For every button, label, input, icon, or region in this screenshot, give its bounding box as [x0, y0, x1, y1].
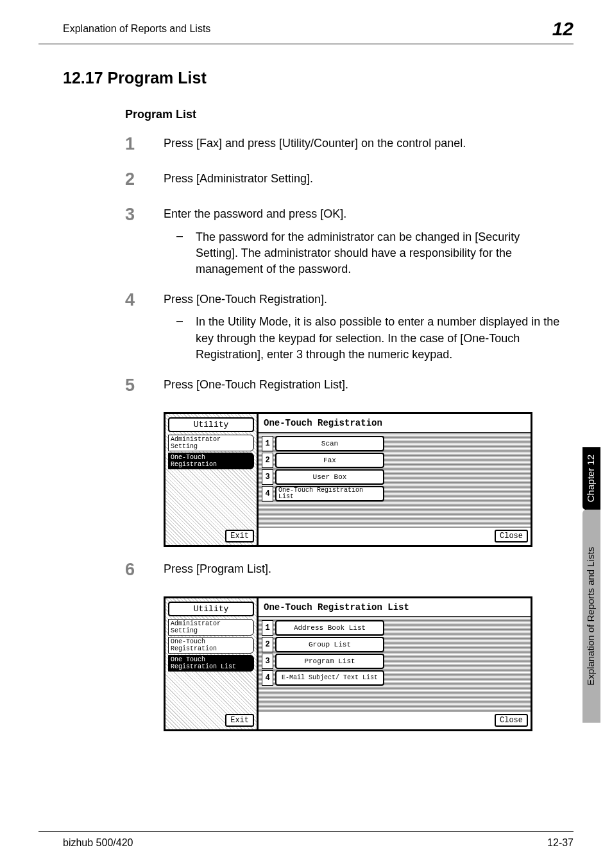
header-title: Explanation of Reports and Lists [63, 23, 210, 35]
step-text-1: Press [Fax] and press [Utility/Counter] … [164, 135, 561, 152]
panel-title: One-Touch Registration List [259, 598, 531, 617]
right-panel: One-Touch Registration 1 Scan 2 Fax 3 Us… [259, 414, 531, 545]
step-1: 1 Press [Fax] and press [Utility/Counter… [125, 135, 574, 157]
menu-label: User Box [275, 469, 384, 485]
close-button[interactable]: Close [495, 530, 528, 542]
tab-section: Explanation of Reports and Lists [582, 510, 600, 723]
utility-title: Utility [168, 602, 254, 616]
header-number: 12 [552, 18, 574, 40]
left-panel: Utility Administrator Setting One-Touch … [166, 414, 259, 545]
menu-label: Fax [275, 453, 384, 468]
breadcrumb-admin-setting[interactable]: Administrator Setting [168, 619, 254, 636]
breadcrumb-admin-setting[interactable]: Administrator Setting [168, 435, 254, 451]
section-heading: 12.17 Program List [63, 69, 574, 87]
step-number-3: 3 [125, 206, 164, 277]
menu-num: 4 [262, 670, 273, 686]
page-header: Explanation of Reports and Lists 12 [38, 18, 574, 44]
step-number-1: 1 [125, 135, 164, 157]
menu-item-programlist[interactable]: 3 Program List [262, 654, 527, 669]
right-panel: One-Touch Registration List 1 Address Bo… [259, 598, 531, 729]
screenshot-1: Utility Administrator Setting One-Touch … [164, 412, 532, 547]
step-text-2: Press [Administrator Setting]. [164, 171, 561, 187]
menu-item-scan[interactable]: 1 Scan [262, 436, 527, 451]
menu-label: One-Touch Registration List [275, 486, 384, 501]
step-text-4: Press [One-Touch Registration]. [164, 291, 561, 308]
exit-button[interactable]: Exit [225, 714, 254, 727]
step-text-3: Enter the password and press [OK]. [164, 206, 561, 222]
menu-num: 3 [262, 654, 273, 669]
step-number-5: 5 [125, 377, 164, 398]
step-3: 3 Enter the password and press [OK]. – T… [125, 206, 574, 277]
breadcrumb-onetouch-reg[interactable]: One-Touch Registration [168, 637, 254, 654]
menu-label: Group List [275, 637, 384, 652]
step-text-6: Press [Program List]. [164, 561, 561, 577]
step-6: 6 Press [Program List]. [125, 561, 574, 582]
subsection-heading: Program List [125, 108, 574, 121]
step-2: 2 Press [Administrator Setting]. [125, 171, 574, 192]
menu-item-grouplist[interactable]: 2 Group List [262, 637, 527, 652]
step-5: 5 Press [One-Touch Registration List]. [125, 377, 574, 398]
menu-label: Program List [275, 654, 384, 669]
menu-item-fax[interactable]: 2 Fax [262, 453, 527, 468]
step-text-5: Press [One-Touch Registration List]. [164, 377, 561, 393]
step-number-2: 2 [125, 171, 164, 192]
exit-button[interactable]: Exit [225, 530, 254, 542]
menu-num: 1 [262, 620, 273, 636]
tab-chapter: Chapter 12 [582, 447, 600, 510]
dash: – [176, 229, 196, 278]
menu-num: 1 [262, 436, 273, 451]
menu-label: Scan [275, 436, 384, 451]
step-number-4: 4 [125, 291, 164, 363]
menu-num: 3 [262, 469, 273, 485]
breadcrumb-onetouch-reg[interactable]: One-Touch Registration [168, 453, 254, 469]
step-4-sub: In the Utility Mode, it is also possible… [196, 314, 561, 363]
menu-label: E-Mail Subject/ Text List [275, 670, 384, 686]
step-3-sub: The password for the administrator can b… [196, 229, 561, 278]
close-button[interactable]: Close [495, 714, 528, 727]
menu-item-reglist[interactable]: 4 One-Touch Registration List [262, 486, 527, 501]
footer-page: 12-37 [547, 837, 574, 849]
menu-num: 4 [262, 486, 273, 501]
step-number-6: 6 [125, 561, 164, 582]
menu-label: Address Book List [275, 620, 384, 636]
utility-title: Utility [168, 417, 254, 432]
page-footer: bizhub 500/420 12-37 [38, 831, 574, 849]
panel-title: One-Touch Registration [259, 414, 531, 433]
chapter-tab: Chapter 12 Explanation of Reports and Li… [582, 447, 600, 723]
dash: – [176, 314, 196, 363]
menu-item-addressbook[interactable]: 1 Address Book List [262, 620, 527, 636]
footer-model: bizhub 500/420 [63, 837, 133, 849]
menu-num: 2 [262, 637, 273, 652]
screenshot-2: Utility Administrator Setting One-Touch … [164, 596, 532, 731]
step-4: 4 Press [One-Touch Registration]. – In t… [125, 291, 574, 363]
left-panel: Utility Administrator Setting One-Touch … [166, 598, 259, 729]
menu-item-emailsubject[interactable]: 4 E-Mail Subject/ Text List [262, 670, 527, 686]
breadcrumb-reg-list[interactable]: One Touch Registration List [168, 655, 254, 672]
menu-num: 2 [262, 453, 273, 468]
menu-item-userbox[interactable]: 3 User Box [262, 469, 527, 485]
